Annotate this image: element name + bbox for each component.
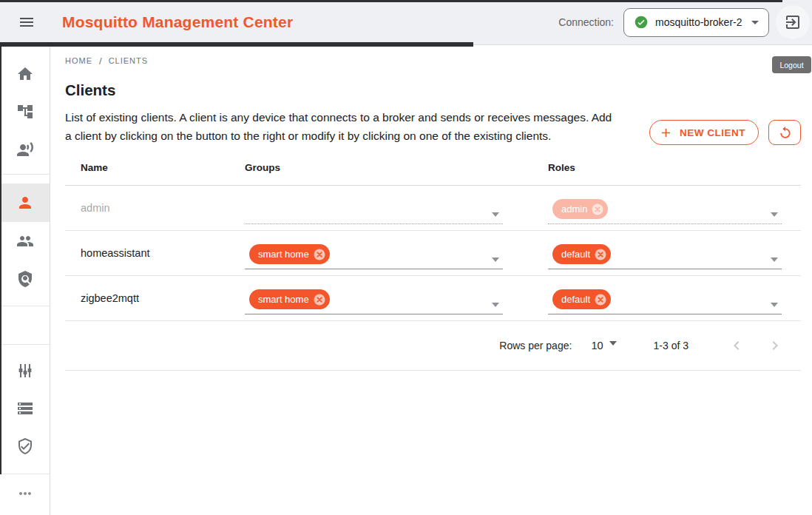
roles-select[interactable]: default bbox=[548, 282, 782, 314]
clients-table: Name Groups Roles admin admin bbox=[65, 162, 801, 371]
logout-tooltip: Logout bbox=[772, 56, 811, 73]
chevron-down-icon bbox=[771, 303, 778, 307]
sidebar-item-home[interactable] bbox=[0, 55, 50, 92]
breadcrumb-separator: / bbox=[99, 55, 102, 67]
sidebar-item-topic-tree[interactable] bbox=[0, 92, 50, 130]
page-description: List of existing clients. A client is an… bbox=[65, 108, 618, 145]
logout-icon bbox=[784, 13, 802, 31]
refresh-button[interactable] bbox=[768, 120, 801, 145]
header-right: Connection: mosquitto-broker-2 bbox=[558, 5, 812, 39]
new-client-button[interactable]: NEW CLIENT bbox=[649, 120, 759, 145]
chip-delete-icon bbox=[591, 203, 604, 216]
next-page-button bbox=[765, 336, 785, 355]
chevron-down-icon bbox=[771, 258, 778, 262]
page-actions: NEW CLIENT bbox=[649, 120, 801, 145]
refresh-icon bbox=[777, 125, 793, 141]
chevron-down-icon bbox=[771, 212, 778, 217]
groups-select bbox=[245, 192, 503, 224]
connection-label: Connection: bbox=[558, 16, 614, 28]
table-row-homeassistant[interactable]: homeassistant smart home bbox=[65, 231, 801, 276]
home-icon bbox=[16, 65, 34, 83]
client-name: zigbee2mqtt bbox=[65, 292, 245, 304]
chip-label: smart home bbox=[258, 249, 309, 260]
chevron-down-icon bbox=[492, 212, 499, 217]
app-title: Mosquitto Management Center bbox=[62, 13, 293, 31]
chevron-left-icon bbox=[728, 337, 745, 354]
sidebar-item-roles[interactable] bbox=[0, 260, 50, 297]
connection-select[interactable]: mosquitto-broker-2 bbox=[623, 8, 769, 37]
new-client-label: NEW CLIENT bbox=[680, 127, 745, 138]
chevron-down-icon bbox=[492, 303, 499, 307]
previous-page-button bbox=[727, 336, 746, 355]
sidebar-item-clients[interactable] bbox=[0, 184, 50, 222]
main-content: HOME / CLIENTS Clients List of existing … bbox=[50, 45, 812, 515]
client-name: homeassistant bbox=[65, 247, 245, 259]
column-header-groups: Groups bbox=[245, 162, 548, 185]
roles-icon bbox=[16, 270, 34, 288]
connection-value: mosquitto-broker-2 bbox=[655, 16, 746, 28]
breadcrumb-current: CLIENTS bbox=[109, 56, 148, 65]
window-edge-left bbox=[0, 47, 1, 474]
chip-label: default bbox=[561, 249, 590, 260]
table-pagination: Rows per page: 10 1-3 of 3 bbox=[65, 321, 801, 371]
sidebar-divider bbox=[0, 344, 50, 345]
group-chip: smart home bbox=[249, 244, 330, 264]
sidebar-item-settings[interactable] bbox=[0, 351, 50, 389]
chevron-down-icon bbox=[746, 13, 764, 31]
menu-button[interactable] bbox=[10, 6, 43, 38]
client-name: admin bbox=[65, 202, 245, 214]
chip-label: smart home bbox=[258, 294, 309, 305]
group-chip: smart home bbox=[249, 289, 330, 309]
breadcrumb-home[interactable]: HOME bbox=[65, 56, 92, 65]
chip-delete-icon[interactable] bbox=[594, 248, 607, 261]
topic-tree-icon bbox=[16, 103, 34, 121]
window-edge-top bbox=[0, 0, 782, 2]
role-chip: default bbox=[552, 289, 611, 309]
table-row-admin[interactable]: admin admin bbox=[65, 186, 801, 231]
check-circle-icon bbox=[634, 15, 649, 30]
client-groups-icon bbox=[16, 232, 34, 250]
roles-select: admin bbox=[548, 192, 782, 224]
description-row: List of existing clients. A client is an… bbox=[65, 108, 801, 145]
system-status-icon bbox=[16, 400, 34, 417]
chip-delete-icon[interactable] bbox=[594, 293, 607, 306]
column-header-name: Name bbox=[65, 162, 245, 185]
plus-icon bbox=[659, 126, 673, 140]
clients-icon bbox=[16, 194, 34, 212]
sidebar-divider bbox=[0, 306, 50, 306]
pagination-range: 1-3 of 3 bbox=[654, 340, 688, 351]
sidebar-item-client-groups[interactable] bbox=[0, 222, 50, 260]
sidebar-item-more[interactable] bbox=[0, 474, 50, 512]
sidebar bbox=[0, 45, 50, 515]
chevron-down-icon bbox=[492, 258, 499, 262]
sidebar-item-streams[interactable] bbox=[0, 130, 50, 168]
chip-delete-icon[interactable] bbox=[313, 248, 326, 261]
app-header: Mosquitto Management Center Connection: … bbox=[0, 0, 812, 45]
rows-per-page-select[interactable]: 10 bbox=[591, 340, 616, 351]
role-chip: default bbox=[552, 244, 611, 264]
rows-per-page-label: Rows per page: bbox=[499, 340, 572, 351]
roles-select[interactable]: default bbox=[548, 237, 782, 269]
hamburger-icon bbox=[18, 13, 35, 31]
chip-label: admin bbox=[561, 203, 587, 215]
window-edge-under-header bbox=[0, 42, 473, 47]
chip-delete-icon[interactable] bbox=[313, 293, 326, 306]
page-title: Clients bbox=[65, 81, 801, 99]
streams-icon bbox=[16, 141, 34, 158]
groups-select[interactable]: smart home bbox=[245, 282, 503, 314]
chevron-right-icon bbox=[766, 337, 784, 354]
settings-icon bbox=[16, 362, 34, 380]
logout-button[interactable] bbox=[776, 5, 810, 39]
table-row-zigbee2mqtt[interactable]: zigbee2mqtt smart home bbox=[65, 276, 801, 321]
groups-select[interactable]: smart home bbox=[245, 237, 503, 269]
rows-per-page-value: 10 bbox=[591, 340, 603, 351]
table-header-row: Name Groups Roles bbox=[65, 162, 801, 186]
sidebar-item-security[interactable] bbox=[0, 427, 50, 465]
sidebar-item-system-status[interactable] bbox=[0, 389, 50, 427]
sidebar-divider bbox=[0, 174, 50, 175]
column-header-roles: Roles bbox=[548, 162, 801, 185]
chevron-down-icon bbox=[609, 341, 617, 346]
breadcrumb: HOME / CLIENTS bbox=[65, 55, 801, 66]
more-icon bbox=[16, 485, 34, 502]
security-icon bbox=[16, 437, 34, 455]
